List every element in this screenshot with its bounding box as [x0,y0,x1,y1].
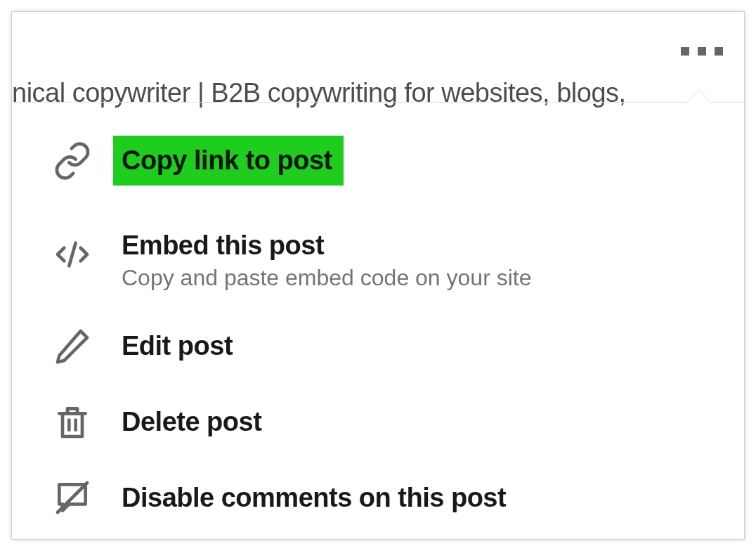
pencil-icon [51,325,93,367]
menu-item-text: Edit post [122,331,233,361]
dot-icon [698,47,706,56]
link-icon [51,140,93,182]
dropdown-menu: Copy link to post Embed this post Copy a… [51,119,705,536]
trash-icon [51,401,93,443]
code-icon [51,233,93,276]
header-partial-text: nical copywriter | B2B copywriting for w… [12,78,626,108]
menu-item-embed[interactable]: Embed this post Copy and paste embed cod… [51,202,705,308]
dot-icon [715,47,723,56]
dropdown-panel: nical copywriter | B2B copywriting for w… [11,11,745,540]
menu-item-text: Copy link to post [122,136,344,186]
menu-item-disable-comments[interactable]: Disable comments on this post [51,460,705,536]
menu-item-text: Disable comments on this post [122,483,506,513]
menu-item-label: Disable comments on this post [122,483,506,513]
svg-line-4 [58,483,87,512]
menu-item-edit[interactable]: Edit post [51,308,705,384]
svg-rect-1 [63,413,82,436]
dropdown-caret [686,91,712,103]
menu-item-label: Edit post [122,331,233,361]
menu-item-label: Copy link to post [113,136,344,186]
more-actions-button[interactable] [681,47,723,56]
menu-item-copy-link[interactable]: Copy link to post [51,119,705,202]
menu-item-text: Delete post [122,407,261,437]
menu-item-sub-label: Copy and paste embed code on your site [122,265,531,291]
menu-item-delete[interactable]: Delete post [51,384,705,460]
divider [12,102,744,103]
menu-item-text: Embed this post Copy and paste embed cod… [122,231,531,291]
dot-icon [681,47,689,56]
menu-item-label: Embed this post [122,231,531,261]
comment-off-icon [51,477,93,519]
svg-line-0 [69,243,75,266]
menu-item-label: Delete post [122,407,261,437]
